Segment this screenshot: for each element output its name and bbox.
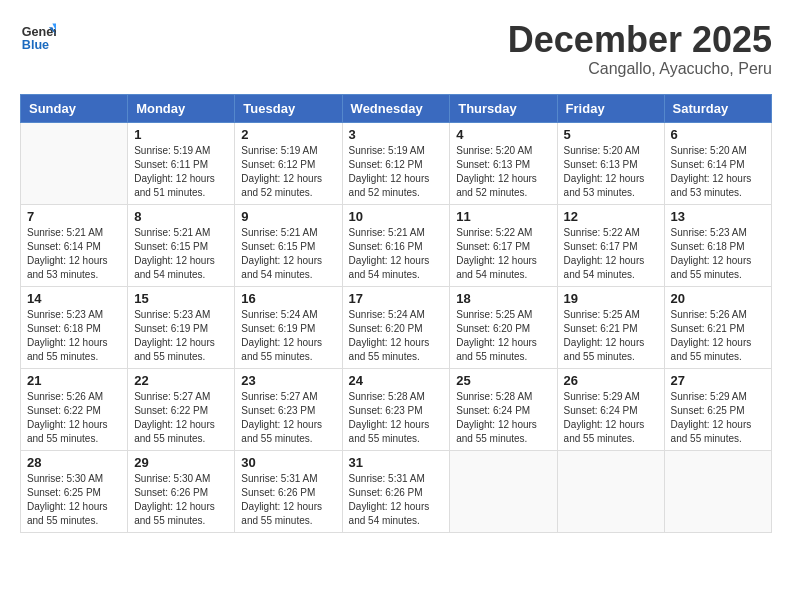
calendar-cell: 9Sunrise: 5:21 AM Sunset: 6:15 PM Daylig… [235, 204, 342, 286]
calendar-cell: 15Sunrise: 5:23 AM Sunset: 6:19 PM Dayli… [128, 286, 235, 368]
calendar-cell: 2Sunrise: 5:19 AM Sunset: 6:12 PM Daylig… [235, 122, 342, 204]
calendar-cell [557, 450, 664, 532]
calendar-cell: 18Sunrise: 5:25 AM Sunset: 6:20 PM Dayli… [450, 286, 557, 368]
day-info: Sunrise: 5:23 AM Sunset: 6:18 PM Dayligh… [27, 308, 121, 364]
calendar-cell: 22Sunrise: 5:27 AM Sunset: 6:22 PM Dayli… [128, 368, 235, 450]
calendar-cell: 5Sunrise: 5:20 AM Sunset: 6:13 PM Daylig… [557, 122, 664, 204]
calendar-cell: 25Sunrise: 5:28 AM Sunset: 6:24 PM Dayli… [450, 368, 557, 450]
calendar-cell: 12Sunrise: 5:22 AM Sunset: 6:17 PM Dayli… [557, 204, 664, 286]
day-number: 23 [241, 373, 335, 388]
day-number: 24 [349, 373, 444, 388]
day-number: 31 [349, 455, 444, 470]
day-number: 22 [134, 373, 228, 388]
day-info: Sunrise: 5:22 AM Sunset: 6:17 PM Dayligh… [564, 226, 658, 282]
calendar-cell: 31Sunrise: 5:31 AM Sunset: 6:26 PM Dayli… [342, 450, 450, 532]
day-number: 18 [456, 291, 550, 306]
calendar-cell: 17Sunrise: 5:24 AM Sunset: 6:20 PM Dayli… [342, 286, 450, 368]
day-info: Sunrise: 5:21 AM Sunset: 6:15 PM Dayligh… [241, 226, 335, 282]
calendar-cell: 14Sunrise: 5:23 AM Sunset: 6:18 PM Dayli… [21, 286, 128, 368]
calendar-week-5: 28Sunrise: 5:30 AM Sunset: 6:25 PM Dayli… [21, 450, 772, 532]
header-day-friday: Friday [557, 94, 664, 122]
month-title: December 2025 [508, 20, 772, 60]
header-day-saturday: Saturday [664, 94, 771, 122]
calendar-cell: 20Sunrise: 5:26 AM Sunset: 6:21 PM Dayli… [664, 286, 771, 368]
day-number: 4 [456, 127, 550, 142]
header-day-sunday: Sunday [21, 94, 128, 122]
day-number: 11 [456, 209, 550, 224]
day-info: Sunrise: 5:30 AM Sunset: 6:26 PM Dayligh… [134, 472, 228, 528]
calendar-cell: 1Sunrise: 5:19 AM Sunset: 6:11 PM Daylig… [128, 122, 235, 204]
day-number: 5 [564, 127, 658, 142]
day-number: 13 [671, 209, 765, 224]
day-number: 8 [134, 209, 228, 224]
calendar-cell: 4Sunrise: 5:20 AM Sunset: 6:13 PM Daylig… [450, 122, 557, 204]
day-info: Sunrise: 5:25 AM Sunset: 6:21 PM Dayligh… [564, 308, 658, 364]
day-info: Sunrise: 5:29 AM Sunset: 6:24 PM Dayligh… [564, 390, 658, 446]
day-info: Sunrise: 5:25 AM Sunset: 6:20 PM Dayligh… [456, 308, 550, 364]
day-number: 10 [349, 209, 444, 224]
day-number: 6 [671, 127, 765, 142]
calendar-cell: 27Sunrise: 5:29 AM Sunset: 6:25 PM Dayli… [664, 368, 771, 450]
calendar-cell: 3Sunrise: 5:19 AM Sunset: 6:12 PM Daylig… [342, 122, 450, 204]
day-info: Sunrise: 5:27 AM Sunset: 6:23 PM Dayligh… [241, 390, 335, 446]
day-info: Sunrise: 5:19 AM Sunset: 6:12 PM Dayligh… [241, 144, 335, 200]
calendar-week-1: 1Sunrise: 5:19 AM Sunset: 6:11 PM Daylig… [21, 122, 772, 204]
day-number: 9 [241, 209, 335, 224]
day-info: Sunrise: 5:26 AM Sunset: 6:21 PM Dayligh… [671, 308, 765, 364]
calendar-cell [450, 450, 557, 532]
calendar-cell: 16Sunrise: 5:24 AM Sunset: 6:19 PM Dayli… [235, 286, 342, 368]
day-number: 28 [27, 455, 121, 470]
calendar-cell [664, 450, 771, 532]
day-number: 26 [564, 373, 658, 388]
day-number: 30 [241, 455, 335, 470]
day-info: Sunrise: 5:22 AM Sunset: 6:17 PM Dayligh… [456, 226, 550, 282]
calendar-cell: 30Sunrise: 5:31 AM Sunset: 6:26 PM Dayli… [235, 450, 342, 532]
calendar-cell: 19Sunrise: 5:25 AM Sunset: 6:21 PM Dayli… [557, 286, 664, 368]
day-number: 16 [241, 291, 335, 306]
day-info: Sunrise: 5:19 AM Sunset: 6:12 PM Dayligh… [349, 144, 444, 200]
day-info: Sunrise: 5:21 AM Sunset: 6:15 PM Dayligh… [134, 226, 228, 282]
day-number: 25 [456, 373, 550, 388]
day-info: Sunrise: 5:23 AM Sunset: 6:19 PM Dayligh… [134, 308, 228, 364]
day-number: 15 [134, 291, 228, 306]
day-number: 12 [564, 209, 658, 224]
day-info: Sunrise: 5:28 AM Sunset: 6:23 PM Dayligh… [349, 390, 444, 446]
calendar-cell: 11Sunrise: 5:22 AM Sunset: 6:17 PM Dayli… [450, 204, 557, 286]
calendar-week-4: 21Sunrise: 5:26 AM Sunset: 6:22 PM Dayli… [21, 368, 772, 450]
day-number: 17 [349, 291, 444, 306]
day-number: 3 [349, 127, 444, 142]
day-info: Sunrise: 5:24 AM Sunset: 6:20 PM Dayligh… [349, 308, 444, 364]
day-info: Sunrise: 5:31 AM Sunset: 6:26 PM Dayligh… [349, 472, 444, 528]
day-info: Sunrise: 5:31 AM Sunset: 6:26 PM Dayligh… [241, 472, 335, 528]
day-info: Sunrise: 5:27 AM Sunset: 6:22 PM Dayligh… [134, 390, 228, 446]
calendar-cell: 28Sunrise: 5:30 AM Sunset: 6:25 PM Dayli… [21, 450, 128, 532]
day-info: Sunrise: 5:20 AM Sunset: 6:13 PM Dayligh… [564, 144, 658, 200]
day-number: 29 [134, 455, 228, 470]
calendar-cell: 13Sunrise: 5:23 AM Sunset: 6:18 PM Dayli… [664, 204, 771, 286]
day-number: 7 [27, 209, 121, 224]
day-number: 19 [564, 291, 658, 306]
calendar-cell: 6Sunrise: 5:20 AM Sunset: 6:14 PM Daylig… [664, 122, 771, 204]
logo: General Blue [20, 20, 56, 56]
calendar-cell: 24Sunrise: 5:28 AM Sunset: 6:23 PM Dayli… [342, 368, 450, 450]
day-info: Sunrise: 5:23 AM Sunset: 6:18 PM Dayligh… [671, 226, 765, 282]
calendar-cell: 7Sunrise: 5:21 AM Sunset: 6:14 PM Daylig… [21, 204, 128, 286]
calendar-cell: 23Sunrise: 5:27 AM Sunset: 6:23 PM Dayli… [235, 368, 342, 450]
calendar-cell: 8Sunrise: 5:21 AM Sunset: 6:15 PM Daylig… [128, 204, 235, 286]
calendar-week-3: 14Sunrise: 5:23 AM Sunset: 6:18 PM Dayli… [21, 286, 772, 368]
day-info: Sunrise: 5:26 AM Sunset: 6:22 PM Dayligh… [27, 390, 121, 446]
svg-text:Blue: Blue [22, 38, 49, 52]
calendar-cell: 21Sunrise: 5:26 AM Sunset: 6:22 PM Dayli… [21, 368, 128, 450]
day-number: 27 [671, 373, 765, 388]
page-header: General Blue December 2025 Cangallo, Aya… [20, 20, 772, 78]
calendar-week-2: 7Sunrise: 5:21 AM Sunset: 6:14 PM Daylig… [21, 204, 772, 286]
day-info: Sunrise: 5:19 AM Sunset: 6:11 PM Dayligh… [134, 144, 228, 200]
day-info: Sunrise: 5:29 AM Sunset: 6:25 PM Dayligh… [671, 390, 765, 446]
day-info: Sunrise: 5:30 AM Sunset: 6:25 PM Dayligh… [27, 472, 121, 528]
calendar-table: SundayMondayTuesdayWednesdayThursdayFrid… [20, 94, 772, 533]
day-info: Sunrise: 5:20 AM Sunset: 6:13 PM Dayligh… [456, 144, 550, 200]
day-number: 2 [241, 127, 335, 142]
title-block: December 2025 Cangallo, Ayacucho, Peru [508, 20, 772, 78]
header-day-wednesday: Wednesday [342, 94, 450, 122]
day-info: Sunrise: 5:21 AM Sunset: 6:14 PM Dayligh… [27, 226, 121, 282]
